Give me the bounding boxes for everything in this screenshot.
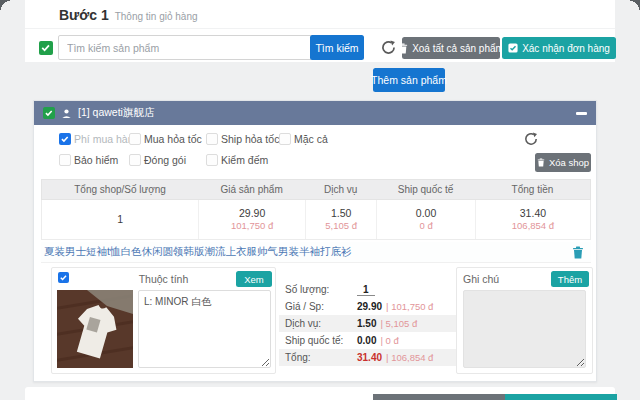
product-title-link[interactable]: 夏装男士短袖t恤白色休闲圆领韩版潮流上衣服帅气男装半袖打底衫 xyxy=(44,245,572,259)
confirm-order-button[interactable]: Xác nhận đơn hàng xyxy=(502,37,616,59)
detail-label: Ship quốc tế: xyxy=(285,335,357,346)
ship-vnd: 0 đ xyxy=(419,220,432,233)
step-title: Bước 1 xyxy=(59,7,109,23)
note-textarea[interactable] xyxy=(463,290,586,368)
divider xyxy=(25,28,615,29)
option-label-dong-goi[interactable]: Đóng gói xyxy=(144,154,186,166)
step-header: Bước 1 Thông tin giỏ hàng xyxy=(59,7,198,23)
detail-label: Dịch vụ: xyxy=(285,318,357,329)
service-vnd: 5,105 đ xyxy=(325,220,357,233)
check-icon xyxy=(44,108,54,118)
confirm-order-label: Xác nhận đơn hàng xyxy=(522,43,610,54)
detail-secondary: | 0 đ xyxy=(380,335,398,346)
trash-icon xyxy=(398,43,408,54)
view-attributes-button[interactable]: Xem xyxy=(236,271,272,287)
shop-name[interactable]: [1] qaweti旗舰店 xyxy=(78,106,154,120)
shop-options: Phí mua hàng Mua hỏa tốc Ship hỏa tốc Mặ… xyxy=(41,125,591,179)
search-input[interactable] xyxy=(58,35,318,60)
summary-header-total: Tổng tiền xyxy=(475,180,590,199)
summary-header-row: Tổng shop/Số lượng Giá sản phẩm Dịch vụ … xyxy=(41,179,591,200)
total-vnd: 106,854 đ xyxy=(512,220,554,233)
refresh-icon[interactable] xyxy=(381,40,396,55)
price-detail-panel: Số lượng: 1 Giá / Sp: 29.90 | 101,750 đ … xyxy=(279,281,459,371)
detail-row-price: Giá / Sp: 29.90 | 101,750 đ xyxy=(279,298,459,315)
quantity-value: 1 xyxy=(117,212,123,226)
shop-select-checkbox[interactable] xyxy=(43,107,55,119)
detail-value: 1.50 xyxy=(357,318,376,329)
search-button[interactable]: Tìm kiếm xyxy=(310,35,364,60)
option-checkbox-kiem-dem[interactable] xyxy=(206,154,218,166)
option-label-bao-hiem[interactable]: Bảo hiểm xyxy=(74,154,118,166)
ship-cny: 0.00 xyxy=(416,206,436,220)
summary-cell-service: 1.50 5,105 đ xyxy=(305,200,376,239)
detail-secondary: | 101,750 đ xyxy=(386,301,433,312)
service-cny: 1.50 xyxy=(331,206,351,220)
option-label-mac-ca[interactable]: Mặc cả xyxy=(294,133,328,145)
summary-header-price: Giá sản phẩm xyxy=(198,180,305,199)
note-panel: Ghi chú Thêm xyxy=(456,267,593,374)
refresh-shop-icon[interactable] xyxy=(524,132,538,146)
price-cny: 29.90 xyxy=(239,206,265,220)
detail-secondary: | 5,105 đ xyxy=(380,318,417,329)
delete-product-trash-icon[interactable] xyxy=(572,246,584,259)
option-label-mua-hoa-toc[interactable]: Mua hỏa tốc xyxy=(144,133,202,145)
detail-value: 0.00 xyxy=(357,335,376,346)
delete-all-label: Xoá tất cả sản phẩm xyxy=(412,43,504,54)
shop-card: [1] qaweti旗舰店 Phí mua hàng Mua hỏa tốc S… xyxy=(33,100,597,382)
step-subtitle: Thông tin giỏ hàng xyxy=(115,11,198,22)
summary-header-service: Dịch vụ xyxy=(305,180,376,199)
add-note-button[interactable]: Thêm xyxy=(551,271,589,287)
window-corner xyxy=(0,0,10,10)
detail-row-total: Tổng: 31.40 | 106,854 đ xyxy=(279,349,459,366)
check-icon xyxy=(60,134,70,144)
summary-cell-price: 29.90 101,750 đ xyxy=(198,200,305,239)
option-label-ship-hoa-toc[interactable]: Ship hỏa tốc xyxy=(221,133,279,145)
summary-header-quantity: Tổng shop/Số lượng xyxy=(42,180,198,199)
product-detail-row: Thuộc tính Xem L: MINOR 白 xyxy=(41,265,591,377)
collapse-shop-button[interactable] xyxy=(576,112,587,115)
detail-label: Số lượng: xyxy=(285,284,357,295)
shop-header-bar: [1] qaweti旗舰店 xyxy=(34,101,596,125)
cart-header-panel: Bước 1 Thông tin giỏ hàng Tìm kiếm Xoá t… xyxy=(25,0,615,62)
option-checkbox-dong-goi[interactable] xyxy=(129,154,141,166)
select-all-checkbox[interactable] xyxy=(39,41,53,55)
summary-header-intl-ship: Ship quốc tế xyxy=(376,180,475,199)
summary-cell-total: 31.40 106,854 đ xyxy=(475,200,590,239)
price-vnd: 101,750 đ xyxy=(231,220,273,233)
tshirt-photo xyxy=(57,290,133,368)
attributes-textarea[interactable]: L: MINOR 白色 xyxy=(138,290,271,368)
summary-cell-intl-ship: 0.00 0 đ xyxy=(376,200,475,239)
detail-label: Tổng: xyxy=(285,352,357,363)
product-thumbnail[interactable] xyxy=(57,290,133,368)
option-checkbox-bao-hiem[interactable] xyxy=(59,154,71,166)
delete-shop-label: Xóa shop xyxy=(549,157,589,168)
detail-secondary: | 106,854 đ xyxy=(386,352,433,363)
option-checkbox-phi-mua-hang[interactable] xyxy=(59,133,71,145)
bottom-confirm-button-partial[interactable] xyxy=(505,394,617,400)
check-icon xyxy=(40,42,51,53)
detail-label: Giá / Sp: xyxy=(285,301,357,312)
delete-shop-button[interactable]: Xóa shop xyxy=(535,153,591,172)
option-checkbox-mac-ca[interactable] xyxy=(279,133,291,145)
check-square-icon xyxy=(508,43,518,53)
total-cny: 31.40 xyxy=(520,206,546,220)
quantity-input[interactable]: 1 xyxy=(357,284,375,296)
detail-value: 29.90 xyxy=(357,301,382,312)
summary-cell-quantity: 1 xyxy=(42,200,198,239)
option-checkbox-ship-hoa-toc[interactable] xyxy=(206,133,218,145)
detail-value: 31.40 xyxy=(357,352,382,363)
shop-summary-table: Tổng shop/Số lượng Giá sản phẩm Dịch vụ … xyxy=(41,179,591,240)
window-corner xyxy=(630,0,640,10)
product-title-row: 夏装男士短袖t恤白色休闲圆领韩版潮流上衣服帅气男装半袖打底衫 xyxy=(41,242,591,263)
add-product-button[interactable]: Thêm sản phẩm xyxy=(373,68,445,92)
delete-all-products-button[interactable]: Xoá tất cả sản phẩm xyxy=(402,37,500,59)
trash-icon xyxy=(537,158,545,167)
option-label-kiem-dem[interactable]: Kiểm đếm xyxy=(221,154,268,166)
detail-row-quantity: Số lượng: 1 xyxy=(279,281,459,298)
note-label: Ghi chú xyxy=(463,273,499,285)
detail-row-service: Dịch vụ: 1.50 | 5,105 đ xyxy=(279,315,459,332)
option-checkbox-mua-hoa-toc[interactable] xyxy=(129,133,141,145)
detail-row-intl-ship: Ship quốc tế: 0.00 | 0 đ xyxy=(279,332,459,349)
user-icon xyxy=(61,108,72,119)
bottom-delete-all-button-partial[interactable] xyxy=(373,394,505,400)
